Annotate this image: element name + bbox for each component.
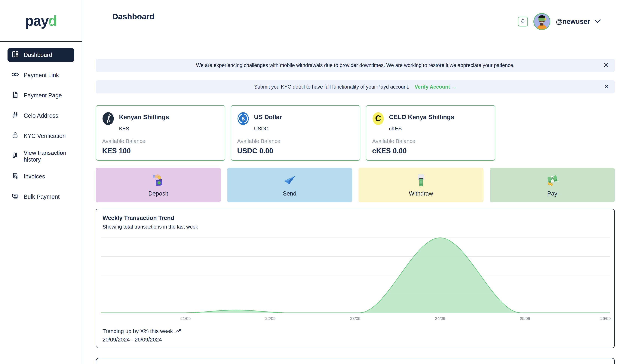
svg-text:C: C bbox=[375, 114, 381, 123]
celo-coin-icon: C bbox=[372, 112, 384, 125]
main-area: Dashboard bbox=[82, 0, 629, 364]
deposit-button[interactable]: Deposit bbox=[96, 168, 221, 202]
withdraw-button[interactable]: Withdraw bbox=[358, 168, 483, 202]
x-tick-label: 21/09 bbox=[180, 316, 191, 321]
x-tick-label: 22/09 bbox=[265, 316, 276, 321]
money-wings-icon: $ bbox=[545, 173, 559, 188]
currency-name: CELO Kenya Shillings bbox=[389, 114, 454, 121]
payd-logo: payd✓ bbox=[25, 12, 57, 29]
chart-subtitle: Showing total transactions in the last w… bbox=[103, 224, 610, 230]
banner-text: We are experiencing challenges with mobi… bbox=[196, 62, 514, 68]
currency-code: KES bbox=[119, 126, 169, 132]
invoice-dollar-icon: $ bbox=[12, 172, 19, 181]
date-range: 20/09/2024 - 26/09/2024 bbox=[103, 337, 610, 343]
trending-up-icon bbox=[175, 328, 181, 334]
sidebar-nav: Dashboard Payment Link Payment Page Celo… bbox=[0, 42, 82, 204]
sidebar-item-label: KYC Verification bbox=[24, 133, 66, 139]
receipt-icon bbox=[12, 152, 19, 161]
sidebar: payd✓ Dashboard Payment Link Payment Pag… bbox=[0, 0, 82, 364]
action-label: Deposit bbox=[148, 190, 168, 197]
kes-coin-icon bbox=[102, 112, 114, 125]
action-label: Pay bbox=[547, 190, 557, 197]
sidebar-item-dashboard[interactable]: Dashboard bbox=[7, 48, 74, 62]
action-label: Withdraw bbox=[409, 190, 433, 197]
x-tick-label: 26/09 bbox=[600, 316, 611, 321]
cash-dispenser-icon bbox=[414, 173, 428, 188]
header-controls: @newuser bbox=[518, 13, 601, 30]
balance-card-ckes: C CELO Kenya Shillings cKES Available Ba… bbox=[366, 105, 495, 161]
balance-value: KES 100 bbox=[102, 147, 219, 155]
x-tick-label: 23/09 bbox=[350, 316, 360, 321]
x-tick-label: 24/09 bbox=[435, 316, 445, 321]
app-logo: payd✓ bbox=[0, 0, 82, 42]
sidebar-item-kyc-verification[interactable]: KYC Verification bbox=[7, 129, 74, 143]
open-padlock-icon bbox=[12, 132, 19, 140]
kyc-alert-banner: Submit you KYC detail to have full funct… bbox=[96, 80, 615, 94]
currency-code: USDC bbox=[254, 126, 282, 132]
svg-text:$: $ bbox=[242, 116, 245, 121]
balance-card-kes: Kenyan Shillings KES Available Balance K… bbox=[96, 105, 225, 161]
check-icon: ✓ bbox=[49, 20, 53, 26]
pay-button[interactable]: $ Pay bbox=[490, 168, 615, 202]
sidebar-item-label: Celo Address bbox=[24, 112, 58, 119]
payd-dashboard-app: payd✓ Dashboard Payment Link Payment Pag… bbox=[0, 0, 629, 364]
usdc-coin-icon: $ bbox=[237, 112, 249, 125]
sidebar-item-celo-address[interactable]: Celo Address bbox=[7, 109, 74, 123]
verify-account-link[interactable]: Verify Account → bbox=[415, 84, 457, 90]
sidebar-item-invoices[interactable]: $ Invoices bbox=[7, 170, 74, 184]
bell-icon bbox=[520, 18, 526, 25]
hand-coin-deposit-icon bbox=[151, 173, 165, 188]
balance-label: Available Balance bbox=[237, 138, 354, 144]
sidebar-item-label: Payment Link bbox=[24, 72, 59, 79]
weekly-transaction-trend-card: Weekly Transaction Trend Showing total t… bbox=[96, 209, 615, 348]
dashboard-grid-icon bbox=[12, 51, 19, 59]
sidebar-item-label: Invoices bbox=[24, 173, 45, 180]
document-icon bbox=[12, 91, 19, 100]
downtime-alert-banner: We are experiencing challenges with mobi… bbox=[96, 59, 615, 72]
sidebar-item-payment-link[interactable]: Payment Link bbox=[7, 68, 74, 82]
sidebar-item-bulk-payment[interactable]: Bulk Payment bbox=[7, 190, 74, 204]
balance-label: Available Balance bbox=[102, 138, 219, 144]
currency-name: Kenyan Shillings bbox=[119, 114, 169, 121]
sidebar-item-payment-page[interactable]: Payment Page bbox=[7, 89, 74, 103]
balance-value: cKES 0.00 bbox=[372, 147, 489, 155]
currency-code: cKES bbox=[389, 126, 454, 132]
notifications-button[interactable] bbox=[518, 17, 528, 26]
area-chart bbox=[101, 234, 610, 315]
chart-title: Weekly Transaction Trend bbox=[103, 215, 610, 221]
quick-actions-row: Deposit Send Withdraw $ bbox=[96, 168, 615, 202]
sidebar-item-label: Dashboard bbox=[24, 52, 52, 58]
x-tick-label: 25/09 bbox=[520, 316, 530, 321]
chain-link-icon bbox=[12, 71, 19, 80]
sidebar-item-label: Bulk Payment bbox=[24, 193, 59, 200]
sidebar-item-transaction-history[interactable]: View transaction history bbox=[7, 149, 74, 163]
svg-text:$: $ bbox=[16, 176, 18, 179]
balance-card-usdc: $ US Dollar USDC Available Balance USDC … bbox=[231, 105, 360, 161]
paper-plane-icon bbox=[282, 173, 297, 188]
hash-icon bbox=[12, 112, 19, 120]
banner-text: Submit you KYC detail to have full funct… bbox=[254, 84, 409, 90]
trend-summary: Trending up by X% this week bbox=[103, 328, 610, 334]
sidebar-item-label: Payment Page bbox=[24, 92, 62, 99]
balance-value: USDC 0.00 bbox=[237, 147, 354, 155]
username-label[interactable]: @newuser bbox=[556, 18, 590, 25]
action-label: Send bbox=[283, 190, 296, 197]
logo-text-pay: pay bbox=[25, 13, 48, 29]
x-axis-ticks: 21/0922/0923/0924/0925/0926/09 bbox=[101, 315, 610, 322]
banknote-icon bbox=[12, 193, 19, 201]
chevron-down-icon[interactable] bbox=[595, 19, 601, 24]
user-avatar[interactable] bbox=[533, 13, 550, 30]
close-icon[interactable]: ✕ bbox=[604, 62, 609, 69]
content: We are experiencing challenges with mobi… bbox=[82, 59, 629, 364]
sidebar-item-label: View transaction history bbox=[24, 149, 70, 163]
send-button[interactable]: Send bbox=[227, 168, 352, 202]
close-icon[interactable]: ✕ bbox=[604, 83, 609, 90]
balance-cards-row: Kenyan Shillings KES Available Balance K… bbox=[96, 105, 615, 161]
balance-label: Available Balance bbox=[372, 138, 489, 144]
latest-activity-card: Latest Activity View all bbox=[96, 358, 615, 364]
currency-name: US Dollar bbox=[254, 114, 282, 121]
